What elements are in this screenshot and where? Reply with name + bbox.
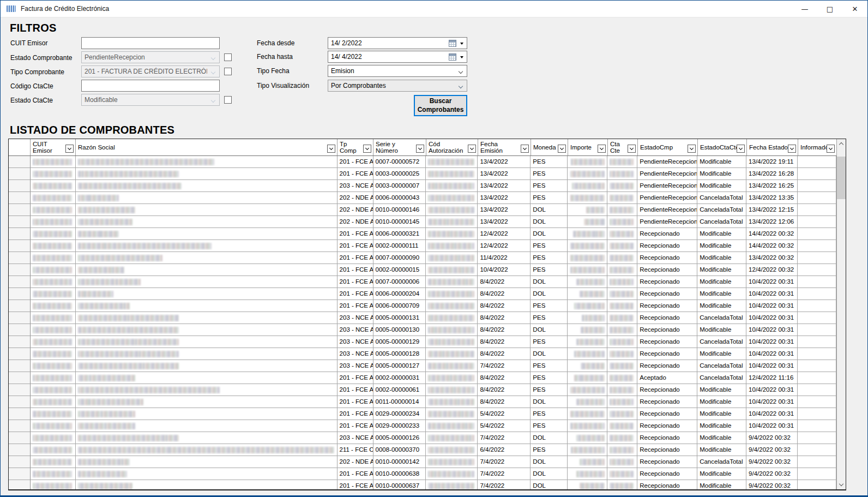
cell-ecmp[interactable]: PendienteRecepcion bbox=[637, 180, 697, 192]
cell-tp[interactable]: 203 - NCE A bbox=[337, 336, 373, 348]
cell-cta[interactable] bbox=[607, 384, 637, 396]
cell-ecmp[interactable]: PendienteRecepcion bbox=[637, 216, 697, 228]
cell-tp[interactable]: 201 - FCE A bbox=[337, 384, 373, 396]
cell-fe[interactable]: 12/4/2022 bbox=[478, 240, 531, 252]
cell-fe[interactable]: 8/4/2022 bbox=[478, 300, 531, 312]
cell-tp[interactable]: 201 - FCE A bbox=[337, 396, 373, 408]
cell-mon[interactable]: DOL bbox=[531, 456, 568, 468]
cell-cta[interactable] bbox=[607, 216, 637, 228]
cell-serie[interactable]: 0010-00000146 bbox=[373, 204, 426, 216]
cell-serie[interactable]: 0005-00000128 bbox=[373, 348, 426, 360]
cell-fe[interactable]: 13/4/2022 bbox=[478, 168, 531, 180]
cell-fest[interactable]: 10/4/2022 00:31 bbox=[746, 324, 798, 336]
cell-imp[interactable] bbox=[568, 348, 607, 360]
codigo-ctacte-input[interactable] bbox=[81, 80, 220, 92]
tipo-comprobante-select[interactable]: 201 - FACTURA DE CRÉDITO ELECTRÓNICA A bbox=[81, 65, 220, 77]
table-row[interactable]: 203 - NCE A0005-000001298/4/2022PESRecep… bbox=[9, 336, 836, 348]
cell-inf[interactable] bbox=[798, 156, 836, 168]
cell-fest[interactable]: 10/4/2022 00:31 bbox=[746, 300, 798, 312]
cell-imp[interactable] bbox=[568, 168, 607, 180]
cell-fe[interactable]: 8/4/2022 bbox=[478, 324, 531, 336]
cell-cod[interactable] bbox=[426, 216, 478, 228]
cell-inf[interactable] bbox=[798, 168, 836, 180]
column-filter-button[interactable] bbox=[558, 145, 566, 153]
cell-inf[interactable] bbox=[798, 372, 836, 384]
cell-fe[interactable]: 10/4/2022 bbox=[478, 264, 531, 276]
cell-ecta[interactable]: Modificable bbox=[697, 468, 746, 480]
cell-fest[interactable]: 10/4/2022 00:31 bbox=[746, 348, 798, 360]
cell-inf[interactable] bbox=[798, 360, 836, 372]
cell-cod[interactable] bbox=[426, 396, 478, 408]
fecha-desde-datepicker[interactable]: 14/ 2/2022 bbox=[328, 37, 467, 49]
cell-cta[interactable] bbox=[607, 468, 637, 480]
cell-cta[interactable] bbox=[607, 180, 637, 192]
cell-cuit[interactable] bbox=[31, 204, 76, 216]
cell-fest[interactable]: 13/4/2022 00:32 bbox=[746, 252, 798, 264]
cell-mon[interactable]: PES bbox=[531, 420, 568, 432]
cell-mon[interactable]: DOL bbox=[531, 228, 568, 240]
cell-mon[interactable]: PES bbox=[531, 192, 568, 204]
table-row[interactable]: 201 - FCE A0007-0000057213/4/2022PESPend… bbox=[9, 156, 836, 168]
cell-ecta[interactable]: CanceladaTotal bbox=[697, 336, 746, 348]
cell-tp[interactable]: 211 - FCE C bbox=[337, 444, 373, 456]
column-filter-button[interactable] bbox=[737, 145, 745, 153]
cell-cta[interactable] bbox=[607, 240, 637, 252]
cell-ecta[interactable]: Modificable bbox=[697, 432, 746, 444]
table-row[interactable]: 201 - FCE A0010-000006377/4/2022DOLRecep… bbox=[9, 480, 836, 489]
cell-cta[interactable] bbox=[607, 252, 637, 264]
cell-inf[interactable] bbox=[798, 444, 836, 456]
cell-razon[interactable] bbox=[76, 252, 337, 264]
table-row[interactable]: 202 - NDE A0010-000001427/4/2022DOLRecep… bbox=[9, 456, 836, 468]
estado-comprobante-select[interactable]: PendienteRecepcion bbox=[81, 51, 220, 63]
cell-serie[interactable]: 0010-00000637 bbox=[373, 480, 426, 489]
cell-ecmp[interactable]: PendienteRecepcion bbox=[637, 204, 697, 216]
column-header-imp[interactable]: Importe bbox=[568, 139, 608, 155]
cell-ecta[interactable]: Modificable bbox=[697, 444, 746, 456]
cell-cod[interactable] bbox=[426, 276, 478, 288]
cell-cod[interactable] bbox=[426, 168, 478, 180]
cell-tp[interactable]: 201 - FCE A bbox=[337, 228, 373, 240]
cell-imp[interactable] bbox=[568, 264, 607, 276]
cell-fe[interactable]: 13/4/2022 bbox=[478, 216, 531, 228]
cell-inf[interactable] bbox=[798, 420, 836, 432]
cell-cta[interactable] bbox=[607, 276, 637, 288]
cell-ecmp[interactable]: Recepcionado bbox=[637, 252, 697, 264]
cell-fe[interactable]: 5/4/2022 bbox=[478, 420, 531, 432]
cell-ecta[interactable]: Modificable bbox=[697, 384, 746, 396]
cell-imp[interactable] bbox=[568, 252, 607, 264]
estado-comprobante-checkbox[interactable] bbox=[224, 53, 232, 61]
cell-inf[interactable] bbox=[798, 216, 836, 228]
cell-fest[interactable]: 10/4/2022 00:31 bbox=[746, 288, 798, 300]
cell-tp[interactable]: 202 - NDE A bbox=[337, 192, 373, 204]
cell-inf[interactable] bbox=[798, 252, 836, 264]
table-row[interactable]: 201 - FCE A0029-000002345/4/2022PESRecep… bbox=[9, 408, 836, 420]
cell-serie[interactable]: 0011-00000014 bbox=[373, 396, 426, 408]
minimize-button[interactable]: — bbox=[792, 1, 817, 17]
cell-imp[interactable] bbox=[568, 456, 607, 468]
cell-imp[interactable] bbox=[568, 360, 607, 372]
cell-mon[interactable]: PES bbox=[531, 408, 568, 420]
cell-fest[interactable]: 13/4/2022 12:06 bbox=[746, 216, 798, 228]
cell-tp[interactable]: 201 - FCE A bbox=[337, 156, 373, 168]
cell-serie[interactable]: 0007-00000090 bbox=[373, 252, 426, 264]
cell-cuit[interactable] bbox=[31, 348, 76, 360]
cell-imp[interactable] bbox=[568, 312, 607, 324]
column-filter-button[interactable] bbox=[688, 145, 696, 153]
cell-cod[interactable] bbox=[426, 228, 478, 240]
cell-cuit[interactable] bbox=[31, 384, 76, 396]
cell-cuit[interactable] bbox=[31, 252, 76, 264]
cell-ecmp[interactable]: PendienteRecepcion bbox=[637, 156, 697, 168]
cell-inf[interactable] bbox=[798, 408, 836, 420]
cell-mon[interactable]: PES bbox=[531, 180, 568, 192]
cell-fe[interactable]: 13/4/2022 bbox=[478, 156, 531, 168]
cell-serie[interactable]: 0029-00000233 bbox=[373, 420, 426, 432]
scroll-down-icon[interactable] bbox=[837, 480, 846, 489]
cell-ecta[interactable]: CanceladaTotal bbox=[697, 216, 746, 228]
cell-cta[interactable] bbox=[607, 432, 637, 444]
cell-serie[interactable]: 0007-00000572 bbox=[373, 156, 426, 168]
cell-imp[interactable] bbox=[568, 396, 607, 408]
cell-fest[interactable]: 9/4/2022 00:32 bbox=[746, 468, 798, 480]
cell-inf[interactable] bbox=[798, 180, 836, 192]
cell-mon[interactable]: PES bbox=[531, 168, 568, 180]
cell-razon[interactable] bbox=[76, 396, 337, 408]
